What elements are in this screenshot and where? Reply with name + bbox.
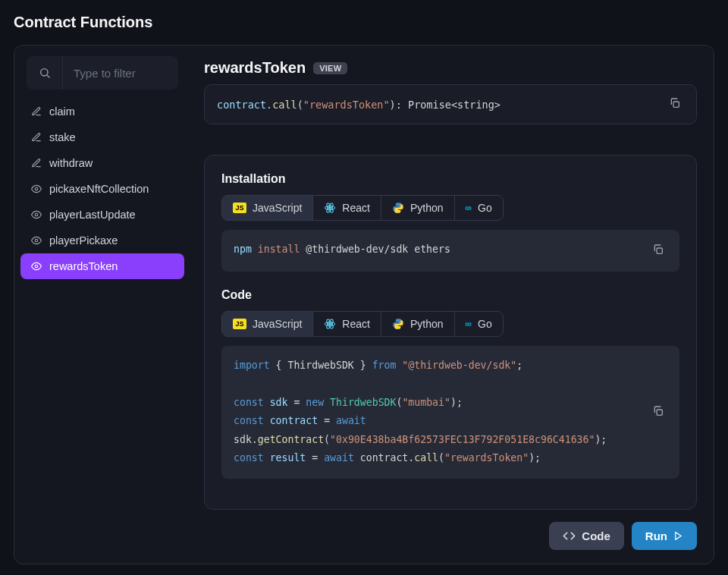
svg-rect-11 xyxy=(657,248,662,253)
tok: "rewardsToken" xyxy=(444,452,529,463)
copy-signature-button[interactable] xyxy=(666,94,684,115)
signature-box: contract.call("rewardsToken"): Promise<s… xyxy=(204,84,697,124)
install-command-box: npm install @thirdweb-dev/sdk ethers xyxy=(221,230,679,272)
tok: result xyxy=(270,452,306,463)
function-list: claimstakewithdrawpickaxeNftCollectionpl… xyxy=(20,99,184,279)
tok: const xyxy=(234,452,264,463)
tok: const xyxy=(234,397,264,408)
function-detail-pane: rewardsToken VIEW contract.call("rewards… xyxy=(190,46,714,564)
sidebar-item-rewardsToken[interactable]: rewardsToken xyxy=(20,253,184,279)
copy-install-button[interactable] xyxy=(649,240,667,261)
tab-go[interactable]: ∞Go xyxy=(455,196,503,220)
code-button-label: Code xyxy=(582,529,610,542)
run-button-label: Run xyxy=(645,529,667,542)
svg-rect-6 xyxy=(673,102,679,107)
copy-code-button[interactable] xyxy=(649,357,667,468)
sidebar-item-label: playerPickaxe xyxy=(49,234,118,247)
install-command: npm install @thirdweb-dev/sdk ethers xyxy=(234,240,450,261)
search-input[interactable] xyxy=(63,67,169,80)
tok: call xyxy=(414,452,438,463)
code-tabs: JSJavaScriptReactPython∞Go xyxy=(221,311,504,337)
tok: new xyxy=(306,397,324,408)
sig-call: call xyxy=(272,99,297,111)
tab-javascript[interactable]: JSJavaScript xyxy=(222,312,313,336)
tab-label: Go xyxy=(478,202,492,214)
tok: await xyxy=(336,415,366,426)
tok: from xyxy=(372,360,397,371)
mutability-badge: VIEW xyxy=(313,62,347,74)
footer-buttons: Code Run xyxy=(204,522,697,550)
contract-functions-shell: claimstakewithdrawpickaxeNftCollectionpl… xyxy=(14,45,714,564)
tok: await xyxy=(324,452,354,463)
tab-python[interactable]: Python xyxy=(381,196,455,220)
function-header: rewardsToken VIEW xyxy=(204,59,697,77)
sidebar-item-playerLastUpdate[interactable]: playerLastUpdate xyxy=(20,202,184,228)
svg-rect-16 xyxy=(657,410,662,415)
run-button[interactable]: Run xyxy=(632,522,697,550)
sidebar-item-withdraw[interactable]: withdraw xyxy=(20,150,184,176)
svg-point-2 xyxy=(35,187,38,190)
code-button[interactable]: Code xyxy=(549,522,624,550)
tab-label: React xyxy=(342,202,370,214)
eye-icon xyxy=(31,235,42,246)
usage-panel: Installation JSJavaScriptReactPython∞Go … xyxy=(204,155,697,510)
pencil-icon xyxy=(31,132,42,143)
sidebar-item-stake[interactable]: stake xyxy=(20,124,184,150)
eye-icon xyxy=(31,261,42,272)
sidebar-item-playerPickaxe[interactable]: playerPickaxe xyxy=(20,228,184,253)
page-title: Contract Functions xyxy=(14,14,714,31)
copy-icon xyxy=(669,97,681,109)
sidebar-item-pickaxeNftCollection[interactable]: pickaxeNftCollection xyxy=(20,176,184,202)
sidebar-item-label: withdraw xyxy=(49,157,93,169)
install-verb: install xyxy=(258,244,300,255)
tab-label: JavaScript xyxy=(253,202,302,214)
svg-point-5 xyxy=(35,265,38,268)
signature-code: contract.call("rewardsToken"): Promise<s… xyxy=(217,99,500,111)
tab-go[interactable]: ∞Go xyxy=(455,312,503,336)
sidebar-item-label: claim xyxy=(49,105,75,118)
tab-react[interactable]: React xyxy=(313,196,381,220)
copy-icon xyxy=(652,405,664,417)
svg-point-0 xyxy=(40,69,47,76)
pencil-icon xyxy=(31,106,42,117)
python-icon xyxy=(392,202,404,214)
install-tool: npm xyxy=(234,244,252,255)
sidebar-item-claim[interactable]: claim xyxy=(20,99,184,124)
tok: { ThirdwebSDK } xyxy=(276,360,366,371)
sig-prefix: contract. xyxy=(217,99,272,111)
tok: "0x90E438ba4Bf62573FEC13F792F051E8c96C41… xyxy=(330,434,595,445)
tok: getContract xyxy=(258,434,324,445)
search-wrap xyxy=(27,56,178,90)
tab-label: Go xyxy=(478,318,492,330)
tab-react[interactable]: React xyxy=(313,312,381,336)
svg-line-1 xyxy=(47,75,49,77)
sidebar-item-label: playerLastUpdate xyxy=(49,209,136,221)
tab-javascript[interactable]: JSJavaScript xyxy=(222,196,313,220)
installation-tabs: JSJavaScriptReactPython∞Go xyxy=(221,195,504,221)
js-icon: JS xyxy=(233,203,246,213)
eye-icon xyxy=(31,209,42,220)
svg-marker-17 xyxy=(676,533,682,540)
svg-point-12 xyxy=(329,323,331,325)
code-sample: import { ThirdwebSDK } from "@thirdweb-d… xyxy=(234,357,607,468)
sig-paren: ( xyxy=(297,99,303,111)
tab-python[interactable]: Python xyxy=(381,312,455,336)
svg-point-4 xyxy=(35,239,38,242)
code-sample-box: import { ThirdwebSDK } from "@thirdweb-d… xyxy=(221,346,679,479)
tok: contract xyxy=(270,415,318,426)
sidebar-item-label: pickaxeNftCollection xyxy=(49,183,149,195)
react-icon xyxy=(324,318,336,330)
tok: const xyxy=(234,415,264,426)
tok: ThirdwebSDK xyxy=(330,397,396,408)
tok: import xyxy=(234,360,270,371)
js-icon: JS xyxy=(233,319,246,329)
sig-return: Promise<string> xyxy=(408,99,500,111)
tab-label: React xyxy=(342,318,370,330)
svg-point-7 xyxy=(329,207,331,209)
tok: "@thirdweb-dev/sdk" xyxy=(402,360,516,371)
function-sidebar: claimstakewithdrawpickaxeNftCollectionpl… xyxy=(14,46,190,564)
react-icon xyxy=(324,202,336,214)
search-icon xyxy=(27,56,63,90)
python-icon xyxy=(392,318,404,330)
tok: "mumbai" xyxy=(402,397,450,408)
